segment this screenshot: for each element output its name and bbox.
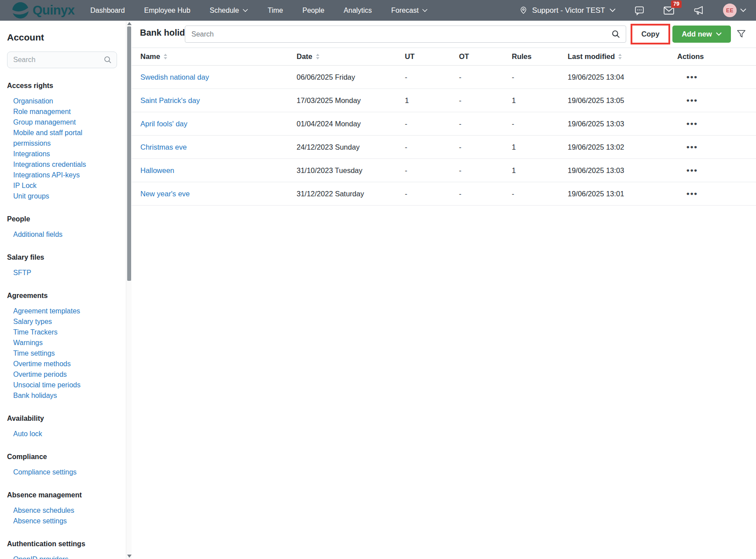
main-content: Bank holidays Copy Add new NameDateUTOTR… (132, 21, 756, 559)
location-pin-icon (519, 6, 528, 15)
nav-item-dashboard[interactable]: Dashboard (90, 7, 125, 15)
sidebar-item-unit-groups[interactable]: Unit groups (7, 191, 108, 202)
row-actions-button[interactable]: ••• (677, 189, 756, 199)
table-row: Christmas eve24/12/2023 Sunday--119/06/2… (132, 136, 756, 159)
add-new-button[interactable]: Add new (672, 26, 731, 43)
filter-button[interactable] (736, 29, 746, 40)
sidebar-item-group-management[interactable]: Group management (7, 117, 108, 128)
sidebar-section-list: Additional fields (7, 229, 111, 240)
messages-button[interactable]: 79 (663, 5, 675, 16)
sidebar-item-bank-holidays[interactable]: Bank holidays (7, 390, 108, 401)
sidebar-item-integrations-api-keys[interactable]: Integrations API-keys (7, 170, 108, 180)
scroll-up-arrow-icon[interactable] (127, 22, 132, 25)
column-header-actions: Actions (677, 52, 756, 61)
column-header-label: OT (459, 52, 469, 61)
sidebar-item-sftp[interactable]: SFTP (7, 268, 108, 278)
cell-rules: 1 (512, 96, 568, 105)
nav-item-label: Dashboard (90, 7, 125, 15)
holiday-name-link[interactable]: April fools' day (140, 120, 297, 128)
user-menu-chevron-icon[interactable] (740, 8, 746, 12)
nav-item-employee-hub[interactable]: Employee Hub (144, 7, 191, 15)
scroll-down-arrow-icon[interactable] (127, 555, 132, 558)
table-search-input[interactable] (185, 26, 626, 43)
cell-ut: - (405, 143, 459, 151)
column-header-last-modified[interactable]: Last modified (568, 52, 677, 61)
column-header-ot: OT (459, 52, 512, 61)
nav-item-schedule[interactable]: Schedule (210, 7, 249, 15)
copy-button[interactable]: Copy (632, 26, 668, 43)
cell-date: 31/10/2023 Tuesday (297, 166, 405, 175)
sidebar-item-openid-providers[interactable]: OpenID providers (7, 554, 108, 559)
column-header-label: Date (297, 52, 312, 61)
sidebar-item-auto-lock[interactable]: Auto lock (7, 429, 108, 439)
nav-item-time[interactable]: Time (268, 7, 283, 15)
sidebar-title: Account (7, 32, 111, 43)
holiday-name-link[interactable]: Christmas eve (140, 143, 297, 151)
cell-ot: - (459, 73, 512, 81)
search-icon (611, 29, 620, 40)
cell-date: 17/03/2025 Monday (297, 96, 405, 105)
column-header-rules: Rules (512, 52, 568, 61)
cell-date: 01/04/2024 Monday (297, 120, 405, 128)
cell-last_modified: 19/06/2025 13:05 (568, 96, 677, 105)
chat-button[interactable] (634, 5, 645, 16)
filter-icon (736, 29, 746, 39)
sidebar-scrollbar[interactable] (126, 21, 132, 559)
sidebar-item-overtime-methods[interactable]: Overtime methods (7, 359, 108, 369)
quinyx-logo[interactable]: Quinyx (12, 2, 74, 18)
row-actions-button[interactable]: ••• (677, 96, 756, 105)
sidebar-item-salary-types[interactable]: Salary types (7, 316, 108, 327)
sidebar-item-mobile-and-staff-portal-permissions[interactable]: Mobile and staff portal permissions (7, 128, 108, 149)
column-header-date[interactable]: Date (297, 52, 405, 61)
scrollbar-thumb[interactable] (127, 26, 131, 281)
sidebar: Account Access rightsOrganisationRole ma… (0, 21, 132, 559)
sidebar-item-unsocial-time-periods[interactable]: Unsocial time periods (7, 380, 108, 390)
sort-icon (163, 53, 168, 60)
group-selector[interactable]: Support - Victor TEST (519, 6, 616, 15)
cell-last_modified: 19/06/2025 13:03 (568, 166, 677, 175)
sidebar-item-organisation[interactable]: Organisation (7, 96, 108, 107)
sidebar-item-time-trackers[interactable]: Time Trackers (7, 327, 108, 338)
holiday-name-link[interactable]: Saint Patrick's day (140, 96, 297, 105)
table-search (185, 26, 626, 43)
holiday-name-link[interactable]: Halloween (140, 166, 297, 175)
holiday-name-link[interactable]: Swedish national day (140, 73, 297, 81)
sidebar-item-warnings[interactable]: Warnings (7, 338, 108, 348)
sidebar-search-input[interactable] (7, 51, 117, 68)
table-row: New year's eve31/12/2022 Saturday---19/0… (132, 182, 756, 206)
nav-item-people[interactable]: People (302, 7, 324, 15)
sidebar-section-heading-compliance: Compliance (7, 452, 111, 461)
cell-date: 31/12/2022 Saturday (297, 190, 405, 198)
sidebar-item-absence-schedules[interactable]: Absence schedules (7, 505, 108, 516)
row-actions-button[interactable]: ••• (677, 142, 756, 152)
sidebar-item-additional-fields[interactable]: Additional fields (7, 229, 108, 240)
sidebar-item-integrations[interactable]: Integrations (7, 149, 108, 159)
cell-date: 24/12/2023 Sunday (297, 143, 405, 151)
sidebar-item-ip-lock[interactable]: IP Lock (7, 180, 108, 191)
cell-ut: - (405, 190, 459, 198)
cell-ut: - (405, 120, 459, 128)
row-actions-button[interactable]: ••• (677, 72, 756, 82)
row-actions-button[interactable]: ••• (677, 165, 756, 175)
sidebar-item-compliance-settings[interactable]: Compliance settings (7, 467, 108, 478)
sidebar-item-role-management[interactable]: Role management (7, 107, 108, 117)
avatar[interactable]: EE (723, 4, 737, 17)
table-row: Saint Patrick's day17/03/2025 Monday1-11… (132, 89, 756, 112)
column-header-name[interactable]: Name (140, 52, 297, 61)
announcements-button[interactable] (693, 5, 705, 16)
sidebar-item-agreement-templates[interactable]: Agreement templates (7, 306, 108, 316)
row-actions-button[interactable]: ••• (677, 119, 756, 129)
sidebar-item-absence-settings[interactable]: Absence settings (7, 516, 108, 526)
nav-item-analytics[interactable]: Analytics (344, 7, 372, 15)
nav-item-forecast[interactable]: Forecast (391, 7, 428, 15)
sidebar-item-time-settings[interactable]: Time settings (7, 348, 108, 359)
cell-last_modified: 19/06/2025 13:03 (568, 120, 677, 128)
sidebar-section-heading-people: People (7, 215, 111, 224)
holiday-name-link[interactable]: New year's eve (140, 190, 297, 198)
sort-icon (618, 53, 622, 60)
table-header-row: NameDateUTOTRulesLast modifiedActions (132, 48, 756, 66)
sidebar-item-overtime-periods[interactable]: Overtime periods (7, 369, 108, 380)
table-row: April fools' day01/04/2024 Monday---19/0… (132, 112, 756, 136)
sidebar-item-integrations-credentials[interactable]: Integrations credentials (7, 159, 108, 170)
sidebar-section-heading-authentication-settings: Authentication settings (7, 540, 111, 548)
